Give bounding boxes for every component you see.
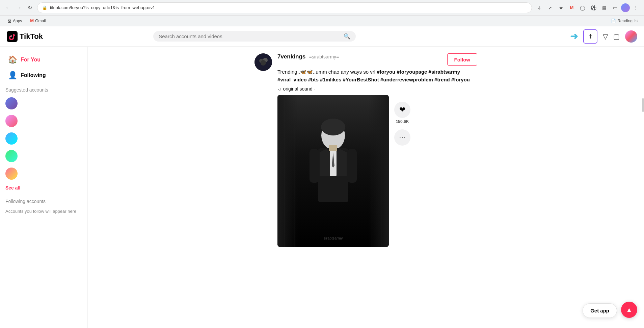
- for-you-label: For You: [21, 57, 41, 63]
- download-icon[interactable]: ⇓: [535, 3, 544, 12]
- like-button[interactable]: ❤ 150.6K: [394, 102, 410, 124]
- search-bar: 🔍: [153, 31, 356, 42]
- follow-button[interactable]: Follow: [447, 53, 478, 66]
- hashtag-foryou2[interactable]: #foryou: [451, 77, 470, 82]
- suggested-account-5[interactable]: [0, 165, 87, 182]
- hashtag-underreviewproblem[interactable]: #underreviewproblem: [380, 77, 433, 82]
- interaction-buttons: ❤ 150.6K ⋯: [394, 95, 410, 247]
- heart-icon: ❤: [394, 102, 410, 118]
- scroll-to-top-button[interactable]: ▲: [621, 302, 637, 318]
- browser-actions: ⇓ ➚ ★ M ◯ ⚽ ▦ ▭ ⋮: [535, 3, 641, 12]
- reload-button[interactable]: ↻: [25, 3, 34, 12]
- message-icon-button[interactable]: ▢: [613, 32, 620, 41]
- upload-icon: ⬆: [588, 33, 593, 40]
- gmail-bookmark-icon: M: [30, 18, 34, 23]
- user-avatar-header[interactable]: [625, 30, 637, 43]
- account-avatar-4: [5, 150, 18, 162]
- dots-icon: ⋯: [394, 129, 410, 146]
- post-avatar-inner: [254, 53, 272, 71]
- post-username[interactable]: 7venkings: [277, 53, 305, 60]
- apps-bookmark[interactable]: ⊠ Apps: [5, 18, 24, 24]
- extensions-icon[interactable]: ▦: [599, 3, 609, 12]
- hashtag-foryou[interactable]: #foryou: [377, 69, 395, 75]
- video-player[interactable]: sirabtsarmy: [277, 95, 389, 247]
- share-icon[interactable]: ➚: [545, 3, 555, 12]
- video-watermark: sirabtsarmy: [324, 236, 343, 240]
- account-avatar-2: [5, 115, 18, 127]
- get-app-button[interactable]: Get app: [583, 303, 617, 318]
- search-container: 🔍: [153, 31, 356, 42]
- reading-list[interactable]: 📄 Reading list: [611, 19, 639, 23]
- hashtag-trend[interactable]: #trend: [434, 77, 450, 82]
- sidebar-item-for-you[interactable]: 🏠 For You: [3, 52, 85, 68]
- suggested-account-3[interactable]: [0, 130, 87, 147]
- tiktok-logo-text: TikTok: [20, 32, 43, 41]
- header-right: ➜ ⬆ ▽ ▢: [570, 29, 637, 44]
- browser-chrome: ← → ↻ 🔒 tiktok.com/foryou?is_copy_url=1&…: [0, 0, 644, 16]
- tiktok-logo-icon: [7, 31, 18, 42]
- post-sound-text: original sound -: [283, 86, 316, 92]
- hashtag-1mlikes[interactable]: #1mlikes: [320, 77, 341, 82]
- bookmark-star-icon[interactable]: ★: [556, 3, 566, 12]
- sidebar: 🏠 For You 👤 Following Suggested accounts…: [0, 47, 88, 328]
- hashtag-sirabtsarmy[interactable]: #sirabtsarmy: [429, 69, 460, 75]
- sidebar-nav: 🏠 For You 👤 Following: [0, 52, 87, 83]
- hashtag-bts[interactable]: #bts: [308, 77, 319, 82]
- video-post: 7venkings ≡sirabtsarmy≡ Follow Trending.…: [254, 53, 477, 247]
- search-input[interactable]: [159, 33, 341, 39]
- upload-arrow-indicator: ➜: [570, 31, 578, 42]
- music-icon: ♫: [277, 86, 281, 92]
- main-layout: 🏠 For You 👤 Following Suggested accounts…: [0, 47, 644, 328]
- address-bar[interactable]: 🔒 tiktok.com/foryou?is_copy_url=1&is_fro…: [37, 2, 532, 13]
- gmail-bookmark[interactable]: M Gmail: [28, 18, 48, 24]
- message-icon: ▢: [613, 32, 620, 41]
- profile-icon[interactable]: ⚽: [589, 3, 598, 12]
- following-icon: 👤: [8, 71, 17, 80]
- sidebar-item-following[interactable]: 👤 Following: [3, 68, 85, 83]
- post-author-avatar[interactable]: [254, 53, 272, 71]
- back-button[interactable]: ←: [3, 3, 13, 12]
- filter-icon-button[interactable]: ▽: [603, 32, 608, 41]
- tiktok-header: TikTok 🔍 ➜ ⬆ ▽ ▢: [0, 26, 644, 47]
- content-area: 7venkings ≡sirabtsarmy≡ Follow Trending.…: [88, 47, 644, 328]
- tab-search-icon[interactable]: ▭: [610, 3, 620, 12]
- svg-rect-0: [7, 31, 18, 42]
- post-content: 7venkings ≡sirabtsarmy≡ Follow Trending.…: [277, 53, 477, 247]
- browser-nav-buttons: ← → ↻: [3, 3, 34, 12]
- upload-button[interactable]: ⬆: [583, 29, 597, 44]
- gmail-icon[interactable]: M: [567, 3, 576, 12]
- more-options-button[interactable]: ⋯: [394, 129, 410, 146]
- suggested-accounts-title: Suggested accounts: [0, 83, 87, 95]
- home-icon: 🏠: [8, 55, 17, 64]
- video-placeholder: sirabtsarmy: [277, 95, 389, 247]
- following-label: Following: [21, 72, 46, 78]
- filter-icon: ▽: [603, 32, 608, 41]
- more-options-icon[interactable]: ⋮: [631, 3, 641, 12]
- curtain-right: [369, 95, 389, 247]
- apps-label: Apps: [13, 19, 22, 23]
- hashtag-yourbestshot[interactable]: #YourBestShot: [343, 77, 379, 82]
- suggested-account-4[interactable]: [0, 147, 87, 165]
- reading-list-label: Reading list: [617, 19, 639, 23]
- forward-button[interactable]: →: [14, 3, 24, 12]
- suggested-account-2[interactable]: [0, 112, 87, 130]
- suggested-account-1[interactable]: [0, 95, 87, 112]
- hashtag-foryoupage[interactable]: #foryoupage: [397, 69, 427, 75]
- hashtag-viral-video[interactable]: #viral_video: [277, 77, 307, 82]
- reading-list-icon: 📄: [611, 19, 616, 23]
- chrome-icon[interactable]: ◯: [578, 3, 587, 12]
- post-description: Trending..🦋🦋..umm chao any ways so vrl #…: [277, 68, 477, 83]
- post-sound[interactable]: ♫ original sound -: [277, 86, 477, 92]
- search-icon[interactable]: 🔍: [344, 33, 350, 40]
- gmail-label: Gmail: [35, 19, 46, 23]
- video-row: sirabtsarmy ❤ 150.6K ⋯: [277, 95, 477, 247]
- tiktok-logo[interactable]: TikTok: [7, 31, 43, 42]
- bookmarks-bar: ⊠ Apps M Gmail 📄 Reading list: [0, 16, 644, 26]
- following-empty-text: Accounts you follow will appear here: [0, 206, 87, 217]
- post-username-handle: ≡sirabtsarmy≡: [309, 54, 339, 59]
- user-avatar-chrome[interactable]: [621, 3, 630, 12]
- account-avatar-3: [5, 132, 18, 145]
- see-all-link[interactable]: See all: [0, 182, 87, 193]
- lock-icon: 🔒: [42, 5, 47, 10]
- post-header: 7venkings ≡sirabtsarmy≡ Follow: [277, 53, 477, 66]
